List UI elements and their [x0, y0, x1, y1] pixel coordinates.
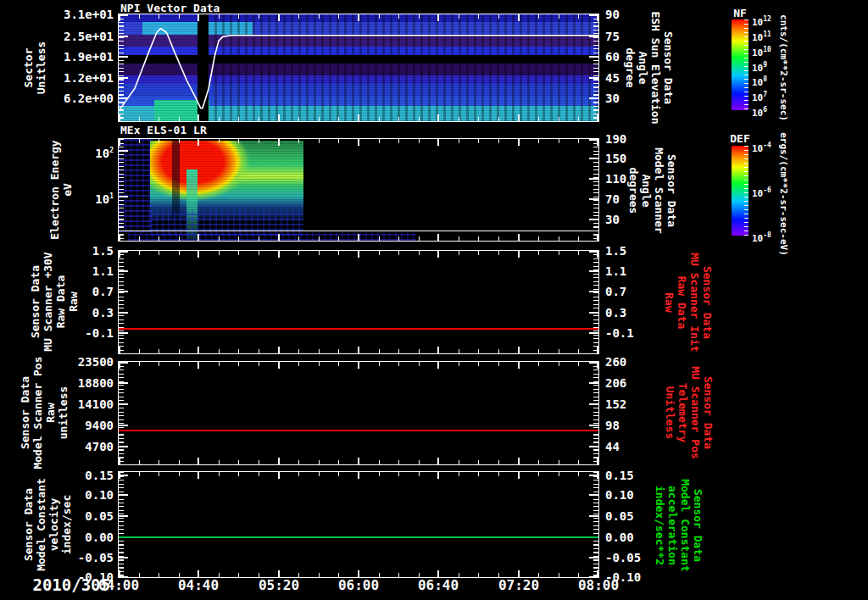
- x-major-tick: [198, 472, 199, 479]
- plot-screen: NPI Vector Data MEx ELS-01 LR Sector Uni…: [0, 0, 868, 600]
- y-major-tick: [589, 291, 598, 292]
- y-major-tick: [589, 312, 598, 314]
- x-major-tick: [278, 14, 280, 21]
- colorbar-def-units: ergs/(cm**2-sr-sec-eV): [778, 132, 788, 256]
- y-tick-label: 0.10: [85, 488, 114, 502]
- x-major-tick: [597, 14, 598, 21]
- x-major-tick: [597, 347, 598, 353]
- y-minor-ticks-left: [119, 139, 124, 241]
- y-major-tick: [589, 515, 598, 517]
- y-major-tick: [119, 56, 128, 58]
- y-major-tick: [589, 56, 598, 58]
- x-major-tick: [597, 570, 598, 577]
- y-major-tick: [119, 425, 128, 426]
- x-major-tick: [119, 347, 120, 353]
- colorbar-tick-marks: [744, 19, 748, 110]
- x-major-tick: [278, 139, 280, 146]
- colorbar-tick-marks: [744, 146, 748, 236]
- y-major-tick: [119, 446, 128, 447]
- colorbar-nf-units: cnts/(cm**2-sr-sec): [778, 14, 788, 121]
- x-major-tick: [198, 251, 199, 258]
- y-major-tick: [119, 291, 128, 292]
- y-tick-label: 260: [605, 355, 626, 369]
- y-major-tick: [119, 77, 128, 79]
- y-major-tick: [589, 158, 598, 159]
- x-major-tick: [437, 472, 439, 479]
- x-major-tick: [358, 458, 359, 464]
- y-major-tick: [119, 97, 128, 99]
- y-major-tick: [589, 382, 598, 384]
- colorbar-tick-label: 1011: [752, 30, 771, 43]
- x-major-tick: [518, 139, 520, 146]
- sun-elevation-line-plot: [119, 14, 598, 121]
- x-major-tick: [358, 347, 359, 353]
- y-tick-label: 1.1: [92, 264, 114, 278]
- panel3-y-axis-label: Sensor Data MU Scanner +30V Raw Data Raw: [29, 252, 80, 351]
- y-tick-label: 206: [605, 376, 626, 390]
- y-major-tick: [589, 36, 598, 37]
- y-tick-label: 101: [95, 190, 114, 206]
- y-tick-label: -0.1: [605, 326, 634, 340]
- x-major-tick: [119, 14, 120, 21]
- y-major-tick: [119, 494, 128, 496]
- colorbar-def: [732, 146, 748, 236]
- x-major-tick: [119, 139, 120, 146]
- colorbar-tick-label: 1010: [752, 45, 771, 58]
- x-major-tick: [358, 14, 359, 21]
- x-tick-label: 05:20: [245, 578, 313, 593]
- x-major-tick: [437, 347, 439, 353]
- y-tick-label: 1.2e+01: [64, 71, 114, 85]
- y-minor-ticks-left: [119, 472, 124, 577]
- x-major-tick: [518, 362, 520, 369]
- panel1-title: NPI Vector Data: [120, 2, 220, 14]
- x-tick-label: 06:40: [404, 578, 472, 593]
- y-major-tick: [589, 270, 598, 272]
- x-major-tick: [437, 458, 439, 464]
- panel2-title: MEx ELS-01 LR: [120, 124, 207, 136]
- x-major-tick: [278, 362, 280, 369]
- y-tick-label: 110: [605, 172, 626, 186]
- y-tick-label: 0.00: [85, 531, 114, 544]
- x-major-tick: [198, 362, 199, 369]
- y-tick-label: 14100: [78, 397, 114, 411]
- y-minor-ticks-left: [119, 362, 124, 464]
- x-major-tick: [437, 139, 439, 146]
- y-major-tick: [119, 36, 128, 37]
- y-tick-label: 0.05: [85, 509, 114, 523]
- y-major-tick: [589, 332, 598, 334]
- colorbar-nf-title: NF: [728, 7, 752, 19]
- plot-frame-panel2: [118, 138, 599, 242]
- y-tick-label: 102: [95, 144, 114, 160]
- x-tick-label: 07:20: [485, 578, 553, 593]
- x-major-tick: [278, 570, 280, 577]
- y-minor-ticks-left: [119, 14, 124, 121]
- x-major-tick: [437, 14, 439, 21]
- x-major-tick: [198, 114, 199, 121]
- x-major-tick: [518, 570, 520, 577]
- y-tick-label: 2.5e+01: [64, 30, 114, 43]
- x-major-tick: [358, 472, 359, 479]
- x-major-tick: [358, 114, 359, 121]
- y-major-tick: [589, 178, 598, 180]
- y-tick-label: 0.3: [605, 306, 626, 319]
- y-tick-label: 23500: [78, 355, 114, 369]
- x-major-tick: [119, 234, 120, 241]
- x-major-tick: [437, 234, 439, 241]
- x-major-tick: [119, 114, 120, 121]
- colorbar-tick-label: 109: [752, 60, 767, 74]
- x-major-tick: [597, 362, 598, 369]
- y-minor-ticks-right: [593, 251, 598, 353]
- panel1-y-axis-label: Sector Unitless: [22, 42, 47, 95]
- colorbar-nf: [732, 19, 748, 110]
- x-major-tick: [437, 570, 439, 577]
- y-tick-label: 90: [605, 8, 620, 21]
- y-minor-ticks-right: [593, 14, 598, 121]
- x-major-tick: [278, 114, 280, 121]
- x-tick-label: 06:00: [325, 578, 392, 593]
- x-major-tick: [358, 234, 359, 241]
- y-tick-label: 0.15: [605, 469, 634, 482]
- x-major-tick: [597, 139, 598, 146]
- y-minor-ticks-right: [593, 362, 598, 464]
- colorbar-tick-label: 108: [752, 75, 767, 88]
- x-major-tick: [358, 139, 359, 146]
